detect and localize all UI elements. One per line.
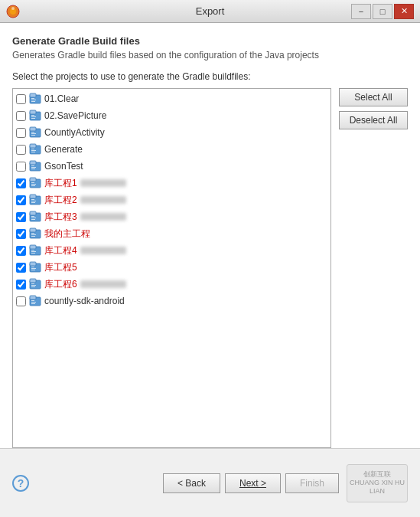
svg-rect-61 xyxy=(31,285,36,286)
project-label: 库工程2 xyxy=(44,194,77,207)
list-item[interactable]: 库工程2 xyxy=(13,191,330,208)
project-label: Generate xyxy=(44,144,83,155)
svg-rect-35 xyxy=(31,199,34,200)
project-icon xyxy=(29,110,41,122)
section-description: Generates Gradle build files based on th… xyxy=(12,50,408,61)
svg-rect-42 xyxy=(31,219,35,220)
list-item[interactable]: GsonTest xyxy=(13,158,330,175)
svg-rect-22 xyxy=(31,152,35,152)
svg-rect-5 xyxy=(31,98,34,99)
next-button[interactable]: Next > xyxy=(225,473,281,493)
project-icon xyxy=(29,160,41,172)
list-item[interactable]: 库工程1 xyxy=(13,175,330,191)
svg-rect-66 xyxy=(31,302,36,303)
project-checkbox[interactable] xyxy=(16,246,26,256)
project-icon xyxy=(29,177,41,189)
svg-rect-34 xyxy=(30,195,36,198)
bottom-area: ? < Back Next > Finish 创新互联 CHUANG XIN H… xyxy=(0,448,420,517)
maximize-button[interactable]: □ xyxy=(373,4,392,19)
project-list[interactable]: 01.Clear 02.SavePicture CountlyActivity … xyxy=(12,88,331,448)
project-checkbox[interactable] xyxy=(16,145,26,155)
svg-rect-11 xyxy=(31,116,36,117)
svg-rect-10 xyxy=(31,115,34,116)
project-checkbox[interactable] xyxy=(16,128,26,138)
project-label-blurred xyxy=(80,196,126,204)
svg-rect-40 xyxy=(31,216,34,217)
svg-rect-16 xyxy=(31,133,36,134)
svg-rect-25 xyxy=(31,165,34,166)
project-checkbox[interactable] xyxy=(16,162,26,172)
project-label: 库工程4 xyxy=(44,244,77,257)
svg-rect-32 xyxy=(31,185,35,186)
svg-rect-44 xyxy=(30,228,36,232)
project-checkbox[interactable] xyxy=(16,111,26,121)
finish-button[interactable]: Finish xyxy=(285,473,339,493)
window-controls: − □ ✕ xyxy=(351,4,414,19)
svg-rect-64 xyxy=(30,296,36,299)
project-icon xyxy=(29,295,41,307)
list-item[interactable]: 01.Clear xyxy=(13,90,330,107)
watermark-line2: CHUANG XIN HU LIAN xyxy=(347,479,407,496)
project-label: CountlyActivity xyxy=(44,127,105,138)
project-label: 02.SavePicture xyxy=(44,110,106,121)
deselect-all-button[interactable]: Deselect All xyxy=(339,111,408,129)
project-icon xyxy=(29,211,41,223)
project-checkbox[interactable] xyxy=(16,263,26,273)
svg-rect-45 xyxy=(31,233,34,234)
project-label: GsonTest xyxy=(44,161,83,172)
project-checkbox[interactable] xyxy=(16,195,26,205)
project-checkbox[interactable] xyxy=(16,212,26,222)
svg-rect-27 xyxy=(31,169,35,169)
list-item[interactable]: countly-sdk-android xyxy=(13,293,330,309)
svg-rect-60 xyxy=(31,283,34,284)
back-button[interactable]: < Back xyxy=(163,473,220,493)
svg-rect-65 xyxy=(31,300,34,301)
svg-rect-15 xyxy=(31,132,34,133)
svg-rect-57 xyxy=(31,270,35,270)
svg-rect-51 xyxy=(31,251,36,252)
section-title: Generate Gradle Build files xyxy=(12,35,408,47)
project-checkbox[interactable] xyxy=(16,178,26,188)
svg-rect-56 xyxy=(31,268,36,269)
project-checkbox[interactable] xyxy=(16,280,26,290)
svg-rect-17 xyxy=(31,135,35,136)
svg-rect-26 xyxy=(31,167,36,168)
title-bar: Export − □ ✕ xyxy=(0,0,420,23)
close-button[interactable]: ✕ xyxy=(394,4,414,19)
project-checkbox[interactable] xyxy=(16,229,26,239)
svg-rect-49 xyxy=(30,245,36,249)
list-item[interactable]: 库工程5 xyxy=(13,259,330,276)
list-item[interactable]: 库工程6 xyxy=(13,276,330,293)
svg-rect-36 xyxy=(31,201,36,201)
svg-rect-30 xyxy=(31,182,34,183)
project-icon xyxy=(29,261,41,273)
svg-rect-12 xyxy=(31,118,35,119)
help-button[interactable]: ? xyxy=(12,475,29,492)
list-item[interactable]: 02.SavePicture xyxy=(13,107,330,124)
app-logo-icon xyxy=(6,5,20,18)
select-all-button[interactable]: Select All xyxy=(339,88,408,106)
side-buttons-panel: Select All Deselect All xyxy=(339,88,408,448)
project-icon xyxy=(29,126,41,139)
svg-rect-39 xyxy=(30,211,36,215)
svg-rect-37 xyxy=(31,202,35,203)
list-item[interactable]: 我的主工程 xyxy=(13,225,330,242)
svg-rect-59 xyxy=(30,279,36,283)
svg-point-2 xyxy=(11,7,15,10)
list-item[interactable]: 库工程3 xyxy=(13,208,330,225)
project-icon xyxy=(29,93,41,105)
project-checkbox[interactable] xyxy=(16,296,26,306)
watermark: 创新互联 CHUANG XIN HU LIAN xyxy=(347,464,408,502)
list-item[interactable]: Generate xyxy=(13,141,330,158)
svg-rect-24 xyxy=(30,161,36,165)
project-label-blurred xyxy=(80,179,126,187)
svg-rect-19 xyxy=(30,144,36,148)
minimize-button[interactable]: − xyxy=(351,4,371,19)
project-checkbox[interactable] xyxy=(16,94,26,104)
svg-rect-14 xyxy=(30,127,36,131)
list-item[interactable]: 库工程4 xyxy=(13,242,330,259)
list-item[interactable]: CountlyActivity xyxy=(13,124,330,141)
project-label: 01.Clear xyxy=(44,93,79,104)
svg-rect-4 xyxy=(30,93,36,97)
svg-rect-50 xyxy=(31,250,34,250)
